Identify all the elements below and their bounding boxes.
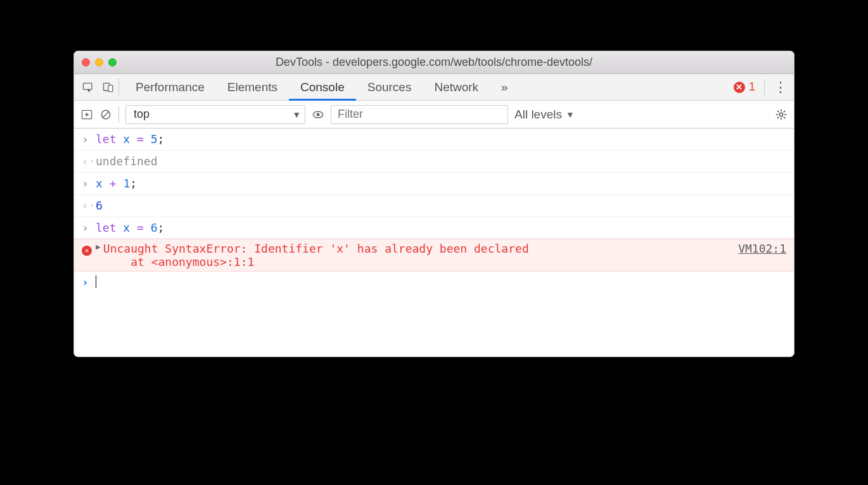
device-toggle-icon[interactable]: [102, 81, 115, 94]
close-window-button[interactable]: [82, 58, 90, 66]
window-title: DevTools - developers.google.com/web/too…: [74, 56, 794, 69]
input-chevron-icon: ›: [82, 177, 89, 190]
console-output-row: ‹·undefined: [74, 151, 794, 173]
tab-elements[interactable]: Elements: [216, 74, 289, 101]
error-icon: ✕: [734, 82, 745, 93]
output-chevron-icon: ‹·: [82, 154, 96, 168]
input-chevron-icon: ›: [82, 132, 89, 146]
console-input-code: x + 1;: [96, 175, 137, 192]
console-input-code: let x = 6;: [96, 219, 164, 237]
input-chevron-icon: ›: [82, 221, 89, 234]
inspect-icon[interactable]: [82, 81, 94, 94]
console-input-row: ›let x = 5;: [74, 129, 794, 151]
text-caret: [96, 275, 96, 288]
svg-point-8: [779, 113, 782, 116]
separator: [764, 79, 765, 96]
tab-console[interactable]: Console: [289, 74, 356, 101]
svg-line-14: [784, 117, 785, 118]
error-count-value: 1: [749, 80, 755, 94]
maximize-window-button[interactable]: [108, 58, 117, 66]
tab-performance[interactable]: Performance: [124, 74, 216, 101]
separator: [118, 106, 119, 123]
error-source-link[interactable]: VM102:1: [738, 242, 786, 255]
output-chevron-icon: ‹·: [82, 199, 96, 212]
tab-sources[interactable]: Sources: [356, 74, 423, 101]
console-input-code: let x = 5;: [96, 130, 164, 148]
chevron-down-icon: ▼: [292, 110, 301, 120]
svg-point-7: [317, 113, 320, 116]
console-error-row[interactable]: ✕ ▶ Uncaught SyntaxError: Identifier 'x'…: [74, 239, 794, 272]
log-levels-select[interactable]: All levels ▼: [514, 108, 575, 122]
error-message: Uncaught SyntaxError: Identifier 'x' has…: [103, 242, 731, 268]
expand-triangle-icon[interactable]: ▶: [96, 242, 101, 251]
prompt-chevron-icon: ›: [82, 275, 96, 289]
clear-console-icon[interactable]: [99, 108, 112, 121]
svg-rect-2: [108, 85, 113, 91]
filter-input[interactable]: [331, 105, 508, 124]
svg-line-13: [777, 110, 779, 111]
tab-network[interactable]: Network: [423, 74, 490, 101]
console-input-row: ›let x = 6;: [74, 217, 794, 239]
context-selector[interactable]: top ▼: [125, 105, 305, 124]
chevron-down-icon: ▼: [566, 110, 575, 120]
devtools-window: DevTools - developers.google.com/web/too…: [73, 51, 795, 357]
console-output-value: 6: [96, 197, 103, 215]
context-value: top: [134, 108, 150, 121]
window-titlebar: DevTools - developers.google.com/web/too…: [74, 51, 794, 74]
svg-rect-0: [84, 83, 92, 89]
levels-label: All levels: [514, 108, 562, 122]
console-output: ›let x = 5;‹·undefined›x + 1;‹·6›let x =…: [74, 129, 794, 356]
svg-line-16: [784, 110, 785, 111]
settings-gear-icon[interactable]: [775, 108, 788, 121]
menu-kebab-icon[interactable]: ⋮: [774, 80, 788, 94]
console-input-row: ›x + 1;: [74, 173, 794, 195]
devtools-tabbar: PerformanceElementsConsoleSourcesNetwork…: [74, 74, 794, 101]
error-count-badge[interactable]: ✕ 1: [734, 80, 755, 94]
live-expression-icon[interactable]: [312, 108, 324, 121]
inspect-toolbar: [80, 79, 119, 96]
console-prompt-row[interactable]: ›: [74, 272, 794, 298]
console-toolbar: top ▼ All levels ▼: [74, 101, 794, 129]
console-output-row: ‹·6: [74, 195, 794, 217]
minimize-window-button[interactable]: [95, 58, 103, 66]
toggle-sidebar-icon[interactable]: [80, 108, 93, 121]
error-icon: ✕: [82, 246, 92, 256]
window-traffic-lights: [82, 58, 117, 66]
svg-line-15: [777, 117, 779, 118]
console-output-value: undefined: [96, 153, 158, 170]
svg-line-5: [103, 111, 109, 118]
tabs-overflow[interactable]: »: [490, 74, 520, 101]
